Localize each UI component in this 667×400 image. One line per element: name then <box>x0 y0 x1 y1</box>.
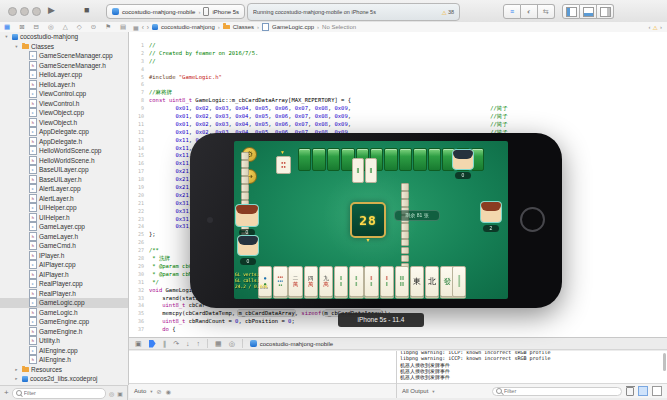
file-row[interactable]: hRealPlayer.h <box>0 289 128 299</box>
location-icon[interactable]: ◎ <box>229 340 235 347</box>
forward-icon[interactable]: › <box>147 24 149 31</box>
version-editor-button[interactable]: ⇆ <box>538 4 555 19</box>
hand-tile[interactable]: 北 <box>425 266 439 297</box>
file-row[interactable]: hHelloWorldScene.h <box>0 156 128 166</box>
navigator-filter-field[interactable] <box>12 388 106 399</box>
breadcrumb-selection[interactable]: No Selection <box>322 24 356 30</box>
hand-tile[interactable]: 東 <box>410 266 424 297</box>
file-row[interactable]: cBaseUILayer.cpp <box>0 165 128 175</box>
disclosure-icon[interactable]: ▸ <box>14 376 19 381</box>
code-line[interactable]: 7//麻将牌 <box>129 89 667 97</box>
file-row[interactable]: ▸cocos2d_libs.xcodeproj <box>0 374 128 384</box>
code-line[interactable]: 10 0x01, 0x02, 0x03, 0x04, 0x05, 0x06, 0… <box>129 113 667 121</box>
file-row[interactable]: cHelloLayer.cpp <box>0 70 128 80</box>
code-line[interactable]: 37 do { <box>129 326 667 334</box>
file-row[interactable]: cAIEngine.cpp <box>0 346 128 356</box>
file-row[interactable]: ▸Resources <box>0 365 128 375</box>
console-filter-field[interactable] <box>492 387 622 396</box>
file-row[interactable]: cHelloWorldScene.cpp <box>0 146 128 156</box>
file-row[interactable]: cRealPlayer.cpp <box>0 279 128 289</box>
player-hand[interactable]: ●●●●●●●●●●二萬四萬九萬‖‖‖‖‖‖‖‖‖‖‖‖東北發 <box>258 266 455 297</box>
file-row[interactable]: cGameLogic.cpp <box>0 298 128 308</box>
project-navigator[interactable]: ▾cocostudio-mahjong▾ClassescGameSceneMan… <box>0 32 129 385</box>
hand-tile[interactable]: ‖‖ <box>334 266 348 297</box>
minimize-window-button[interactable] <box>20 7 29 16</box>
variables-scope-selector[interactable]: Auto <box>134 388 146 394</box>
recent-files-icon[interactable]: ◎ <box>109 390 114 397</box>
running-app-chip[interactable]: cocostudio-mahjong-mobile <box>250 340 333 347</box>
back-icon[interactable]: ‹ <box>142 24 144 31</box>
add-icon[interactable]: + <box>4 389 9 397</box>
stop-button[interactable]: ■ <box>84 5 89 16</box>
next-issue-icon[interactable]: › <box>660 24 662 30</box>
standard-editor-button[interactable]: ≡ <box>503 4 521 19</box>
disclosure-icon[interactable]: ▾ <box>14 44 19 49</box>
toggle-inspectors-button[interactable] <box>597 4 614 19</box>
file-row[interactable]: cAlertLayer.cpp <box>0 184 128 194</box>
show-console-toggle[interactable] <box>652 386 662 396</box>
disclosure-icon[interactable]: ▾ <box>4 34 9 39</box>
file-row[interactable]: hGameLayer.h <box>0 232 128 242</box>
show-variables-toggle[interactable] <box>638 386 648 396</box>
step-out-icon[interactable]: ↑ <box>197 340 201 347</box>
file-row[interactable]: cViewControl.cpp <box>0 89 128 99</box>
code-line[interactable]: 5#include "GameLogic.h" <box>129 74 667 82</box>
breadcrumb-folder[interactable]: Classes <box>233 24 254 30</box>
step-into-icon[interactable]: ↓ <box>186 340 190 347</box>
activity-viewer[interactable]: Running cocostudio-mahjong-mobile on iPh… <box>247 3 460 21</box>
assistant-editor-button[interactable]: ◐ <box>521 4 538 19</box>
scheme-selector[interactable]: cocostudio-mahjong-mobile › iPhone 5s <box>106 4 245 19</box>
file-row[interactable]: ▾Classes <box>0 42 128 52</box>
code-line[interactable]: 4 <box>129 66 667 74</box>
file-row[interactable]: hGameCmd.h <box>0 241 128 251</box>
file-row[interactable]: ▾cocostudio-mahjong <box>0 32 128 42</box>
reports-navigator-icon[interactable]: ▤ <box>120 23 126 31</box>
source-control-status-icon[interactable]: ▣ <box>117 390 123 397</box>
pause-icon[interactable]: ∥ <box>163 340 167 347</box>
hand-tile[interactable]: ||||||||| <box>452 266 466 297</box>
clear-console-icon[interactable] <box>626 387 634 396</box>
hand-tile[interactable]: ‖‖ <box>349 266 363 297</box>
code-line[interactable]: 2// Created by feamer on 2016/7/5. <box>129 50 667 58</box>
iphone-simulator[interactable]: ⚙ ↪ ▼ ●●●● ‖‖ 28 剩余 81 张 0 0 0 2 ●●●●●●●… <box>190 133 562 308</box>
project-navigator-icon[interactable]: ▦ <box>4 23 10 31</box>
file-row[interactable]: hUtility.h <box>0 336 128 346</box>
file-row[interactable]: cAIPlayer.cpp <box>0 260 128 270</box>
toggle-debug-area-button[interactable] <box>580 4 597 19</box>
file-row[interactable]: cUIHelper.cpp <box>0 203 128 213</box>
code-line[interactable]: 3// <box>129 58 667 66</box>
view-hierarchy-icon[interactable]: ▦ <box>215 340 222 347</box>
drawn-tile[interactable]: ||||||||| <box>452 266 466 297</box>
hand-tile[interactable]: ‖‖‖‖ <box>395 266 409 297</box>
breakpoints-navigator-icon[interactable]: ⚑ <box>105 23 111 31</box>
symbols-navigator-icon[interactable]: ⊟ <box>34 23 39 31</box>
hand-tile[interactable]: 四萬 <box>304 266 318 297</box>
issues-navigator-icon[interactable]: △ <box>63 23 68 31</box>
file-row[interactable]: cViewObject.cpp <box>0 108 128 118</box>
file-row[interactable]: cAppDelegate.cpp <box>0 127 128 137</box>
code-line[interactable]: 1// <box>129 42 667 50</box>
file-row[interactable]: hAIPlayer.h <box>0 270 128 280</box>
info-icon[interactable]: ◉ <box>166 388 171 395</box>
file-row[interactable]: cGameSceneManager.cpp <box>0 51 128 61</box>
disclosure-icon[interactable]: ▸ <box>14 367 19 372</box>
console-filter-input[interactable] <box>504 388 618 394</box>
debug-navigator-icon[interactable]: ⊙ <box>91 23 96 31</box>
file-row[interactable]: hViewControl.h <box>0 99 128 109</box>
code-line[interactable]: 9 0x01, 0x02, 0x03, 0x04, 0x05, 0x06, 0x… <box>129 105 667 113</box>
hand-tile[interactable]: ●●●●●●●● <box>273 266 287 297</box>
breadcrumb-project[interactable]: cocostudio-mahjong <box>161 24 215 30</box>
source-control-navigator-icon[interactable]: ⊠ <box>19 23 24 31</box>
file-row[interactable]: cGameEngine.cpp <box>0 317 128 327</box>
file-row[interactable]: hAIEngine.h <box>0 355 128 365</box>
file-row[interactable]: hViewObject.h <box>0 118 128 128</box>
hand-tile[interactable]: ‖‖ <box>364 266 378 297</box>
breakpoints-toggle-icon[interactable] <box>149 340 156 348</box>
toggle-navigator-button[interactable] <box>562 4 580 19</box>
file-row[interactable]: cGameLayer.cpp <box>0 222 128 232</box>
console-output[interactable]: libpng warning: iCCP: known incorrect sR… <box>397 351 667 383</box>
game-screen[interactable]: ⚙ ↪ ▼ ●●●● ‖‖ 28 剩余 81 张 0 0 0 2 ●●●●●●●… <box>234 141 508 299</box>
hide-debug-area-icon[interactable]: ▣ <box>135 340 142 347</box>
variables-view[interactable] <box>129 351 396 383</box>
code-line[interactable]: 6 <box>129 81 667 89</box>
